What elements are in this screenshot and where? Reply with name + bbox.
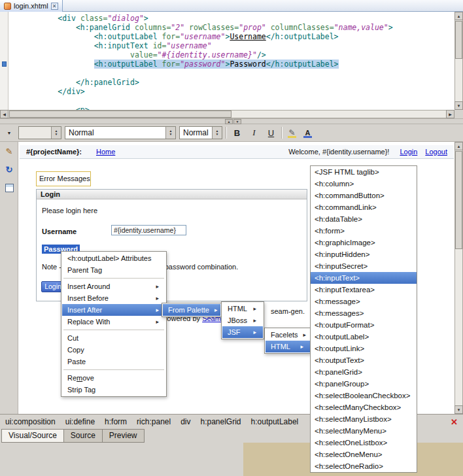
- tag-list-item-h-selectmanycheckbox[interactable]: <h:selectManyCheckbox>: [311, 401, 417, 413]
- tag-list-item-h-panelgrid[interactable]: <h:panelGrid>: [311, 366, 417, 378]
- tag-list-item-h-selectonelistbox[interactable]: <h:selectOneListbox>: [311, 437, 417, 449]
- highlight-color-icon[interactable]: ✎: [286, 127, 298, 139]
- scroll-up-icon[interactable]: ▲: [454, 142, 463, 150]
- tag-list-item-h-outputtext[interactable]: <h:outputText>: [311, 354, 417, 366]
- style-class-combo[interactable]: ▲▼: [18, 126, 61, 139]
- scroll-down-icon[interactable]: ▼: [454, 101, 463, 110]
- tab-visual-source[interactable]: Visual/Source: [1, 429, 64, 443]
- context-menu-item-remove[interactable]: Remove: [62, 372, 165, 384]
- code-line[interactable]: value="#{identity.username}"/>: [12, 50, 454, 60]
- code-line[interactable]: </div>: [12, 87, 454, 96]
- toolbar-menu-icon[interactable]: ▼: [3, 127, 15, 139]
- breadcrumb-item-ui-composition[interactable]: ui:composition: [5, 417, 56, 426]
- context-menu-item-insert-before[interactable]: Insert Before▸: [62, 292, 165, 304]
- breadcrumb-item-div[interactable]: div: [180, 417, 190, 426]
- tag-list-item-h-selectbooleancheckbox[interactable]: <h:selectBooleanCheckbox>: [311, 390, 417, 401]
- code-line[interactable]: <h:inputText id="username": [12, 41, 454, 50]
- tag-list-item-h-message[interactable]: <h:message>: [311, 296, 417, 307]
- context-menu-item-strip-tag[interactable]: Strip Tag: [62, 384, 165, 396]
- code-line[interactable]: [12, 69, 454, 78]
- submenu-item-jsf[interactable]: JSF▸: [222, 326, 263, 338]
- code-line[interactable]: <p>: [12, 105, 454, 110]
- logout-link[interactable]: Logout: [425, 148, 447, 156]
- font-color-icon[interactable]: A: [301, 127, 314, 139]
- tab-source[interactable]: Source: [63, 429, 103, 443]
- context-menu-item-h-outputlabel-attributes[interactable]: <h:outputLabel> Attributes: [62, 252, 165, 264]
- submenu-item-facelets[interactable]: Facelets▸: [266, 329, 310, 341]
- tag-list-item-h-form[interactable]: <h:form>: [311, 225, 417, 237]
- code-line[interactable]: </h:panelGrid>: [12, 78, 454, 87]
- tag-list-item-jsf-html-taglib[interactable]: <JSF HTML taglib>: [311, 166, 417, 178]
- tag-list-item-h-outputformat[interactable]: <h:outputFormat>: [311, 319, 417, 331]
- context-menu-item-replace-with[interactable]: Replace With▸: [62, 316, 165, 328]
- code-lines[interactable]: <div class="dialog"> <h:panelGrid column…: [9, 12, 454, 110]
- sash-collapse-up-icon[interactable]: ▲: [225, 119, 233, 124]
- submenu-item-html[interactable]: HTML▸: [266, 341, 310, 352]
- bold-button[interactable]: B: [230, 126, 244, 140]
- scroll-right-icon[interactable]: ▶: [446, 110, 454, 118]
- scrollbar-thumb[interactable]: [455, 151, 462, 249]
- context-menu-item-paste[interactable]: Paste: [62, 356, 165, 367]
- tag-list-item-h-selectmanymenu[interactable]: <h:selectManyMenu>: [311, 425, 417, 437]
- context-menu-item-copy[interactable]: Copy: [62, 344, 165, 356]
- scrollbar-thumb[interactable]: [455, 21, 462, 59]
- tag-list-item-h-datatable[interactable]: <h:dataTable>: [311, 213, 417, 225]
- underline-button[interactable]: U: [264, 126, 278, 140]
- error-close-icon[interactable]: ✕: [451, 417, 458, 427]
- tag-list-item-h-messages[interactable]: <h:messages>: [311, 307, 417, 319]
- tag-list-item-h-selectmanylistbox[interactable]: <h:selectManyListbox>: [311, 413, 417, 425]
- home-link[interactable]: Home: [96, 148, 115, 156]
- scrollbar-thumb[interactable]: [9, 110, 232, 118]
- tag-list-item-h-inputtextarea[interactable]: <h:inputTextarea>: [311, 284, 417, 296]
- code-line[interactable]: [12, 96, 454, 105]
- tab-preview[interactable]: Preview: [102, 429, 145, 443]
- tag-list-item-h-inputsecret[interactable]: <h:inputSecret>: [311, 260, 417, 272]
- breadcrumb-item-h-outputlabel[interactable]: h:outputLabel: [251, 417, 299, 426]
- visual-vertical-scrollbar[interactable]: ▲ ▼: [454, 142, 463, 414]
- tag-list-item-h-inputtext[interactable]: <h:inputText>: [311, 272, 417, 284]
- scroll-left-icon[interactable]: ◀: [0, 110, 9, 118]
- context-menu-item-insert-after[interactable]: Insert After▸: [62, 304, 165, 316]
- tag-list-item-h-graphicimage[interactable]: <h:graphicImage>: [311, 237, 417, 248]
- breadcrumb-item-rich-panel[interactable]: rich:panel: [137, 417, 171, 426]
- code-line[interactable]: <h:outputLabel for="password">Password</…: [12, 60, 454, 69]
- font-format-combo[interactable]: Normal ▲▼: [179, 126, 222, 139]
- error-messages-box[interactable]: Error Messages: [36, 171, 91, 186]
- scroll-up-icon[interactable]: ▲: [454, 12, 463, 20]
- source-vertical-scrollbar[interactable]: ▲ ▼: [454, 12, 463, 110]
- breadcrumb-item-h-panelgrid[interactable]: h:panelGrid: [200, 417, 241, 426]
- editor-tab-login-xhtml[interactable]: login.xhtml ✕: [0, 0, 63, 12]
- pencil-icon[interactable]: ✎: [3, 145, 15, 157]
- tag-list-item-h-outputlabel[interactable]: <h:outputLabel>: [311, 331, 417, 343]
- scroll-down-icon[interactable]: ▼: [454, 405, 463, 414]
- submenu-item-html[interactable]: HTML▸: [222, 303, 263, 314]
- submenu-item-jboss[interactable]: JBoss▸: [222, 314, 263, 326]
- login-link[interactable]: Login: [400, 148, 417, 156]
- tag-list-item-h-panelgroup[interactable]: <h:panelGroup>: [311, 378, 417, 390]
- tag-list-item-h-commandlink[interactable]: <h:commandLink>: [311, 201, 417, 213]
- editor-splitter[interactable]: ▲ ▼: [0, 118, 463, 124]
- refresh-icon[interactable]: ↻: [3, 163, 15, 175]
- username-input[interactable]: #{identity.username}: [111, 225, 186, 235]
- code-line[interactable]: <div class="dialog">: [12, 14, 454, 23]
- page-options-icon[interactable]: [3, 182, 15, 194]
- tag-list-item-h-outputlink[interactable]: <h:outputLink>: [311, 343, 417, 354]
- code-line[interactable]: <h:outputLabel for="username">Username</…: [12, 32, 454, 41]
- context-menu-item-insert-around[interactable]: Insert Around▸: [62, 280, 165, 292]
- context-menu-item-parent-tag[interactable]: Parent Tag: [62, 264, 165, 276]
- tag-list-item-h-inputhidden[interactable]: <h:inputHidden>: [311, 248, 417, 260]
- tab-close-icon[interactable]: ✕: [51, 3, 58, 10]
- block-format-combo[interactable]: Normal ▲▼: [65, 126, 176, 139]
- context-menu-item-cut[interactable]: Cut: [62, 332, 165, 344]
- tag-list-item-h-column[interactable]: <h:column>: [311, 178, 417, 190]
- sash-collapse-down-icon[interactable]: ▼: [233, 119, 241, 124]
- tag-list-item-h-commandbutton[interactable]: <h:commandButton>: [311, 190, 417, 201]
- source-horizontal-scrollbar[interactable]: ◀ ▶: [0, 110, 454, 118]
- breadcrumb-item-h-form[interactable]: h:form: [105, 417, 127, 426]
- code-line[interactable]: <h:panelGrid columns="2" rowClasses="pro…: [12, 23, 454, 32]
- italic-button[interactable]: I: [247, 126, 261, 140]
- breadcrumb-item-ui-define[interactable]: ui:define: [65, 417, 95, 426]
- tag-list-item-h-selectonemenu[interactable]: <h:selectOneMenu>: [311, 449, 417, 460]
- submenu-item-from-palette[interactable]: From Palette▸: [163, 304, 220, 316]
- tag-list-item-h-selectoneradio[interactable]: <h:selectOneRadio>: [311, 460, 417, 472]
